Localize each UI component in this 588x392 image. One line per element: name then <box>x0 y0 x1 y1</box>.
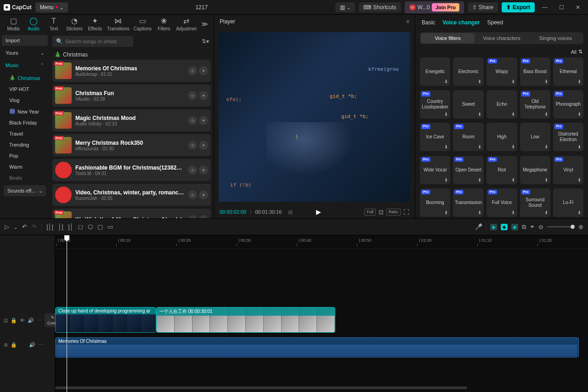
segment-singing-voices[interactable]: Singing voices <box>529 33 582 43</box>
player-menu-icon[interactable]: ≡ <box>406 18 409 25</box>
user-badge[interactable]: W W...0 Join Pro <box>405 1 464 13</box>
pointer-dropdown[interactable] <box>14 223 17 230</box>
magnet-tool[interactable]: ⧉ <box>522 223 526 231</box>
song-item[interactable]: FreeWe Wish You A Merry Christmas (Vocal… <box>52 209 211 218</box>
tab-captions[interactable]: ▭Captions <box>132 16 153 32</box>
yours-dropdown[interactable]: Yours <box>2 47 48 58</box>
caption-tool[interactable]: ▭ <box>107 223 113 230</box>
voice-filter-ice-cave[interactable]: ProIce Cave⬇ <box>420 123 450 151</box>
voice-filter-megaphone[interactable]: Megaphone⬇ <box>520 156 550 184</box>
voice-filter-sweet[interactable]: Sweet⬇ <box>453 90 484 119</box>
lock-icon[interactable]: 🔒 <box>11 318 17 324</box>
add-icon[interactable]: ＋ <box>199 190 208 199</box>
trim-right-tool[interactable]: ]│ <box>68 223 74 230</box>
favorite-icon[interactable]: ☆ <box>188 141 197 150</box>
add-icon[interactable]: ＋ <box>199 66 208 75</box>
voice-filter-lo-fi[interactable]: Lo-Fi⬇ <box>553 188 583 217</box>
voice-filter-transmission[interactable]: ProTransmission⬇ <box>453 188 484 217</box>
voice-filter-full-voice[interactable]: ProFull Voice⬇ <box>486 188 517 217</box>
zoom-in-button[interactable]: ⊕ <box>578 223 583 230</box>
tab-effects[interactable]: ✦Effects <box>85 16 105 32</box>
maximize-button[interactable]: ☐ <box>555 4 568 11</box>
voice-filter-energetic[interactable]: Energetic⬇ <box>420 57 450 86</box>
shield-tool[interactable]: ▢ <box>97 223 103 230</box>
player-badge-1[interactable]: ⊡ <box>379 209 384 216</box>
minimize-button[interactable]: — <box>538 4 551 11</box>
segment-voice-filters[interactable]: Voice filters <box>421 33 475 43</box>
song-item[interactable]: FreeMerry Christmas Rock350efficsounds ·… <box>52 134 211 156</box>
compare-icon[interactable]: ▤ <box>288 209 293 215</box>
filter-button[interactable]: ⇅▾ <box>200 36 211 46</box>
mic-button[interactable]: 🎤 <box>475 223 482 230</box>
crop-tool[interactable]: ◻ <box>78 223 83 230</box>
player-badge-0[interactable]: Full <box>364 209 376 216</box>
voice-filter-wide-vocal[interactable]: ProWide Vocal⬇ <box>420 156 450 184</box>
add-icon[interactable]: ＋ <box>199 165 208 175</box>
favorite-icon[interactable]: ☆ <box>188 190 197 199</box>
marker-tool[interactable]: ⬡ <box>88 223 93 230</box>
tab-text[interactable]: TText <box>44 16 63 32</box>
pointer-tool[interactable]: ▷ <box>5 223 9 230</box>
horizontal-scrollbar[interactable] <box>55 386 583 390</box>
share-button[interactable]: ⇪ Share <box>468 2 498 12</box>
song-item[interactable]: FreeMagic Christmas MoodAudio Infinity ·… <box>52 109 211 131</box>
close-button[interactable]: ✕ <box>571 4 584 11</box>
favorite-icon[interactable]: ☆ <box>188 165 197 175</box>
sidebar-item-trending[interactable]: Trending <box>2 139 48 150</box>
tab-audio[interactable]: ◯Audio <box>24 16 43 32</box>
shortcuts-button[interactable]: ⌨ Shortcuts <box>359 2 401 12</box>
favorite-icon[interactable]: ☆ <box>188 91 197 100</box>
zoom-out-button[interactable]: ⊖ <box>538 223 543 230</box>
filter-settings-icon[interactable]: ⇅ <box>578 49 582 55</box>
voice-filter-bass-boost[interactable]: ProBass Boost⬇ <box>520 57 550 86</box>
menu-button[interactable]: Menu <box>35 2 68 12</box>
zoom-slider[interactable] <box>547 226 575 227</box>
sidebar-item-warm[interactable]: Warm <box>2 161 48 172</box>
mute-icon[interactable]: 🔊 <box>29 342 35 348</box>
voice-filter-riot[interactable]: ProRiot⬇ <box>486 156 517 184</box>
segment-voice-characters[interactable]: Voice characters <box>475 33 528 43</box>
sidebar-item-travel[interactable]: Travel <box>2 128 48 139</box>
sounds-effects-dropdown[interactable]: Sounds eff... <box>4 185 46 196</box>
voice-filter-wispy[interactable]: ProWispy⬇ <box>486 57 517 86</box>
snap-toggle-2[interactable]: ◈ <box>501 224 508 230</box>
voice-filter-vinyl[interactable]: ProVinyl⬇ <box>553 156 583 184</box>
panel-tab-speed[interactable]: Speed <box>487 19 503 26</box>
tab-transitions[interactable]: ⋈Transitions <box>106 16 131 32</box>
snap-toggle-3[interactable]: ◈ <box>511 224 518 230</box>
add-icon[interactable]: ＋ <box>199 215 208 218</box>
play-button[interactable]: ▶ <box>316 208 321 216</box>
tab-filters[interactable]: ❀Filters <box>154 16 174 32</box>
tab-media[interactable]: ▢Media <box>4 16 23 32</box>
redo-button[interactable]: ↷ <box>32 223 37 230</box>
audio-clip[interactable]: Memories Of Christmas <box>55 337 579 358</box>
voice-filter-surround-sound[interactable]: ProSurround Sound⬇ <box>520 188 550 217</box>
voice-filter-echo[interactable]: Echo⬇ <box>486 90 517 119</box>
layout-button[interactable]: ▥ <box>335 2 355 12</box>
favorite-icon[interactable]: ☆ <box>188 66 197 75</box>
favorite-icon[interactable]: ☆ <box>188 116 197 125</box>
voice-filter-distrorted-electron[interactable]: ProDistrorted Electron⬇ <box>553 123 583 151</box>
track-settings-icon[interactable]: ⊡ <box>4 318 8 324</box>
voice-filter-low[interactable]: Low⬇ <box>520 123 550 151</box>
favorite-icon[interactable]: ☆ <box>188 215 197 218</box>
sidebar-item-new-year[interactable]: 🎆New Year <box>2 106 48 117</box>
export-button[interactable]: ⬆ Export <box>502 2 535 12</box>
sidebar-item-vip-hot[interactable]: VIP HOT <box>2 84 48 95</box>
video-clip-2[interactable]: 一个人在工作 00:00:30:01 <box>156 307 335 333</box>
song-item[interactable]: FreeChristmas FunVAudio · 02:28☆＋ <box>52 85 211 107</box>
eye-icon[interactable]: 👁 <box>20 318 25 323</box>
playhead[interactable] <box>67 235 67 392</box>
sidebar-item-vlog[interactable]: Vlog <box>2 95 48 106</box>
video-clip-1[interactable]: Close up hand of developing programming … <box>55 307 156 333</box>
snap-toggle-1[interactable]: ◈ <box>490 224 497 230</box>
song-item[interactable]: Fashionable BGM for Christmas(1238227)To… <box>52 159 211 181</box>
tab-stickers[interactable]: ◔Stickers <box>64 16 85 32</box>
panel-tab-voice-changer[interactable]: Voice changer <box>442 19 480 26</box>
audio-settings-icon[interactable]: ⊚ <box>4 342 8 348</box>
voice-filter-electronic[interactable]: Electronic⬇ <box>453 57 484 86</box>
all-filter-button[interactable]: All <box>571 49 577 55</box>
voice-filter-room[interactable]: ProRoom⬇ <box>453 123 484 151</box>
voice-filter-country-loudspeaker[interactable]: ProCountry Loudspeaker⬇ <box>420 90 450 119</box>
mute-icon[interactable]: 🔊 <box>28 318 34 324</box>
